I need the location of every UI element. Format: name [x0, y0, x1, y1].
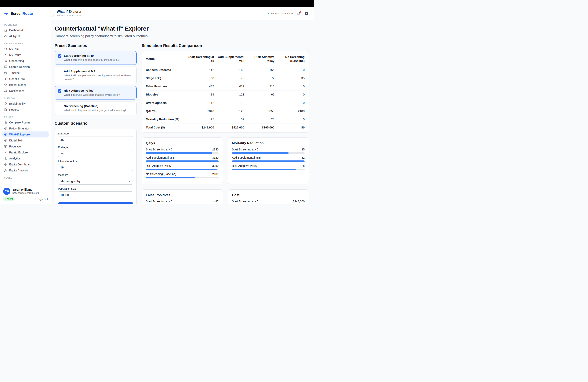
sidebar-item-policy-simulator[interactable]: Policy Simulator: [2, 125, 49, 132]
bar-row: Risk-Adaptive Policy28: [232, 164, 305, 170]
sidebar-item-timeline[interactable]: Timeline: [2, 70, 49, 76]
role-badge: Patient: [3, 197, 15, 201]
end-age-input[interactable]: [58, 150, 133, 157]
logout-icon: [34, 198, 36, 200]
sidebar-item-shared-decision[interactable]: Shared Decision: [2, 64, 49, 70]
table-row: Stage I (%) 68 75 72 35: [146, 74, 305, 82]
nav-label: Policy Simulator: [9, 127, 29, 130]
bar-row: Start Screening at 40$248,000: [232, 200, 305, 204]
sidebar-item-my-risk[interactable]: My Risk: [2, 46, 49, 52]
bar-track: [232, 160, 305, 162]
bar-track: [146, 169, 219, 170]
page-header: What-If Explorer Session: 12m • Patient …: [51, 7, 314, 20]
scenario-title: No Screening (Baseline): [64, 104, 126, 108]
settings-button[interactable]: [305, 12, 308, 15]
brand-name: ScreenRoute: [11, 12, 33, 16]
shield-icon: [4, 47, 7, 51]
scenario-card-no-screening[interactable]: No Screening (Baseline) What would happe…: [55, 101, 137, 115]
sidebar-item-what-if-explorer[interactable]: What-If Explorer: [2, 132, 49, 137]
bar-fill: [146, 160, 219, 162]
scenario-card-risk-adaptive[interactable]: Risk-Adaptive Policy What if intervals w…: [55, 86, 137, 100]
trending-up-icon: [4, 151, 7, 154]
checkbox[interactable]: [58, 105, 62, 108]
checkbox[interactable]: [58, 54, 62, 58]
sidebar-item-explainability[interactable]: Explainability: [2, 101, 49, 107]
start-age-label: Start Age: [58, 132, 133, 135]
user-name: Sarah Williams: [12, 188, 39, 191]
sidebar-item-notifications[interactable]: Notifications: [2, 88, 49, 94]
notifications-button[interactable]: [297, 12, 301, 15]
sidebar-item-population[interactable]: Population: [2, 143, 49, 150]
sidebar-item-ai-agent[interactable]: AI Agent: [2, 33, 49, 39]
sidebar-collapse-button[interactable]: [49, 12, 54, 17]
sidebar-item-reports[interactable]: Reports: [2, 107, 49, 113]
sign-out-button[interactable]: Sign Out: [34, 198, 48, 201]
play-circle-icon: [4, 127, 7, 130]
sidebar-item-equity-analysis[interactable]: Equity Analysis: [2, 167, 49, 173]
bar-row: Start Screening at 402840: [146, 148, 219, 154]
nav-label: My Risk: [9, 47, 19, 51]
sidebar-item-pareto-explorer[interactable]: Pareto Explorer: [2, 150, 49, 155]
sidebar-item-equity-dashboard[interactable]: Equity Dashboard: [2, 161, 49, 167]
col-header: No Screening (Baseline): [274, 52, 305, 66]
bar-fill: [146, 152, 212, 154]
scenario-desc: What would happen without any organized …: [64, 109, 126, 112]
bell-icon: [4, 89, 7, 93]
nav-label: Pareto Explorer: [9, 151, 29, 154]
scenario-desc: What if screening began at age 40 instea…: [64, 58, 120, 62]
sidebar-item-compare-routes[interactable]: Compare Routes: [2, 119, 49, 125]
table-row: Biopsies 89 121 62 0: [146, 91, 305, 99]
table-row: QALYs 2840 3120 3050 2100: [146, 107, 305, 115]
bar-row: Add Supplemental MRI3120: [146, 156, 219, 162]
main-content: Counterfactual "What-If" Explorer Compar…: [51, 20, 314, 204]
start-age-input[interactable]: [58, 136, 133, 143]
brand-pulse-icon: [4, 11, 9, 16]
interval-input[interactable]: [58, 164, 133, 171]
interval-label: Interval (months): [58, 160, 133, 163]
sidebar-item-breast-model[interactable]: Breast Model: [2, 82, 49, 88]
nav-label: Analytics: [9, 157, 21, 160]
activity-icon: [4, 53, 7, 57]
results-table: Metric Start Screening at 40 Add Supplem…: [146, 52, 305, 132]
col-header-metric: Metric: [146, 52, 184, 66]
bar-chart-icon: [4, 121, 7, 124]
bar-track: [146, 177, 219, 178]
scenario-card-add-mri[interactable]: Add Supplemental MRI What if MRI supplem…: [55, 67, 137, 84]
robot-icon: [4, 35, 7, 38]
run-simulation-button[interactable]: Run Simulation: [58, 202, 133, 204]
modality-select[interactable]: Mammography: [58, 178, 133, 185]
nav-label: What-If Explorer: [9, 133, 31, 136]
scenario-card-start-screening-40[interactable]: Start Screening at 40 What if screening …: [55, 51, 137, 65]
sidebar-item-dashboard[interactable]: Dashboard: [2, 27, 49, 33]
bar-row: Start Screening at 40487: [146, 200, 219, 204]
nav-label: Compare Routes: [9, 121, 30, 124]
population-size-input[interactable]: [58, 191, 133, 198]
table-row: Mortality Reduction (%) 25 32 28 0: [146, 115, 305, 123]
modality-label: Modality: [58, 173, 133, 176]
nav-label: Explainability: [9, 102, 26, 105]
nav-section-policy: POLICY: [4, 116, 47, 118]
sidebar-item-analytics[interactable]: Analytics: [2, 155, 49, 161]
session-info: Session: 12m • Patient: [57, 14, 82, 17]
sparkles-icon: [4, 59, 7, 62]
nav-label: Dashboard: [9, 29, 23, 32]
chat-icon: [4, 65, 7, 69]
sidebar-item-digital-twin[interactable]: Digital Twin: [2, 137, 49, 143]
sidebar: ScreenRoute OVERVIEW Dashboard AI Agent …: [0, 7, 51, 204]
qalys-card: Qalys Start Screening at 402840 Add Supp…: [142, 137, 223, 184]
logo: ScreenRoute: [0, 7, 51, 20]
results-heading: Simulation Results Comparison: [142, 43, 309, 48]
sidebar-item-my-route[interactable]: My Route: [2, 52, 49, 58]
checkbox[interactable]: [58, 89, 62, 93]
home-icon: [4, 29, 7, 32]
nav-label: Shared Decision: [9, 65, 30, 69]
false-positives-card: False Positives Start Screening at 40487: [142, 190, 223, 204]
presets-heading: Preset Scenarios: [55, 43, 137, 48]
sidebar-item-genetic-risk[interactable]: Genetic Risk: [2, 76, 49, 82]
sidebar-item-onboarding[interactable]: Onboarding: [2, 58, 49, 64]
bar-track: [146, 160, 219, 162]
bar-track: [232, 169, 305, 170]
checkbox[interactable]: [58, 70, 62, 73]
end-age-label: End Age: [58, 146, 133, 149]
nav-label: Digital Twin: [9, 139, 23, 142]
